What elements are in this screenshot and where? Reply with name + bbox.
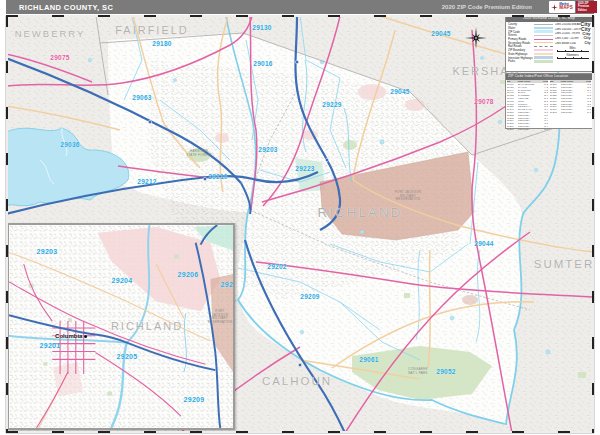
legend-scale-bars: MilesKilometers	[555, 47, 591, 59]
brand-logo-mark: Market MAPS	[549, 1, 575, 13]
legend-city-sizes: Cities 250,000 and AboveCityCities 100,0…	[555, 23, 591, 46]
city-size-label: Cities 250,000 and Above	[555, 23, 581, 26]
post-office: COLUMBIA	[518, 128, 541, 131]
map-frame-tick-left	[6, 15, 9, 434]
grid-ref: D-5	[541, 128, 548, 131]
legend-items: CountyWaterZIP CodeStreetsPrimary RoadsS…	[508, 23, 553, 64]
inset-map[interactable]: RICHLAND29203292042920629207292012920529…	[7, 223, 235, 430]
zip-index-left-group: ZIPPost OfficeGrid29016BLYTHEWOODD-22903…	[506, 80, 549, 131]
legend-city-size-row: Cities Below 5,000City	[555, 41, 591, 46]
scale-bar-line	[557, 50, 589, 52]
brand-badge-line-2: Edition	[578, 9, 597, 12]
compass-logo-icon	[551, 4, 558, 11]
legend-item-swatch	[534, 53, 553, 56]
scale-bar-miles: Miles	[555, 47, 591, 52]
legend-item-label: Parks	[508, 59, 533, 63]
legend-panel: 2020 Richland County, SC Map CountyWater…	[505, 15, 593, 72]
inset-svg	[9, 225, 233, 428]
legend-item-swatch	[534, 39, 553, 40]
compass-rose-icon	[463, 25, 489, 51]
page-title: RICHLAND COUNTY, SC	[6, 3, 113, 12]
city-size-label: Cities 5,000 - 24,999	[555, 37, 579, 40]
legend-item-swatch	[534, 35, 553, 36]
legend-item-swatch	[534, 49, 553, 52]
city-size-label: Cities 25,000 - 99,999	[555, 32, 580, 35]
map-frame-tick-right	[592, 15, 595, 434]
grid-ref: D-6	[584, 111, 591, 114]
scale-bar-line	[557, 57, 589, 59]
edition-label: 2020 ZIP Code Premium Edition	[442, 4, 532, 10]
zip-index-right-group: ZIPPost OfficeGrid29208COLUMBIAC-529209C…	[549, 80, 592, 131]
title-bar: RICHLAND COUNTY, SC 2020 ZIP Code Premiu…	[6, 0, 594, 14]
city-size-sample: City	[583, 37, 590, 41]
zip-code: 29292	[550, 111, 561, 114]
legend-item-swatch	[534, 27, 553, 30]
legend-item-swatch	[534, 42, 553, 43]
legend-item-swatch	[534, 46, 553, 47]
city-size-label: Cities Below 5,000	[555, 42, 576, 45]
brand-name-bottom: MAPS	[559, 6, 573, 11]
scale-bar-kilometers: Kilometers	[555, 54, 591, 59]
map-frame-tick-bottom	[6, 431, 594, 434]
brand-logo: Market MAPS 2020 ZIPPremiumEdition	[549, 1, 597, 13]
legend-item-swatch	[534, 56, 553, 59]
zip-index-row: 29292COLUMBIAD-6	[550, 111, 591, 114]
post-office: COLUMBIA	[561, 111, 584, 114]
legend-item-swatch	[534, 60, 553, 63]
zip-code: 29207	[507, 128, 518, 131]
legend-item-swatch	[534, 30, 553, 33]
zip-index-row: 29207COLUMBIAD-5	[507, 128, 548, 131]
map-frame-tick-top	[6, 15, 594, 18]
map-page: RICHLAND29203292042920629207292012920529…	[0, 0, 600, 435]
legend-item: Parks	[508, 59, 553, 63]
legend-item-swatch	[534, 24, 553, 25]
city-size-sample: City	[585, 42, 591, 45]
brand-badge: 2020 ZIPPremiumEdition	[576, 1, 597, 13]
zip-index-table: ZIP Code Index/Post Office Location ZIPP…	[505, 73, 593, 129]
city-size-label: Cities 100,000 - 249,999	[555, 28, 582, 31]
